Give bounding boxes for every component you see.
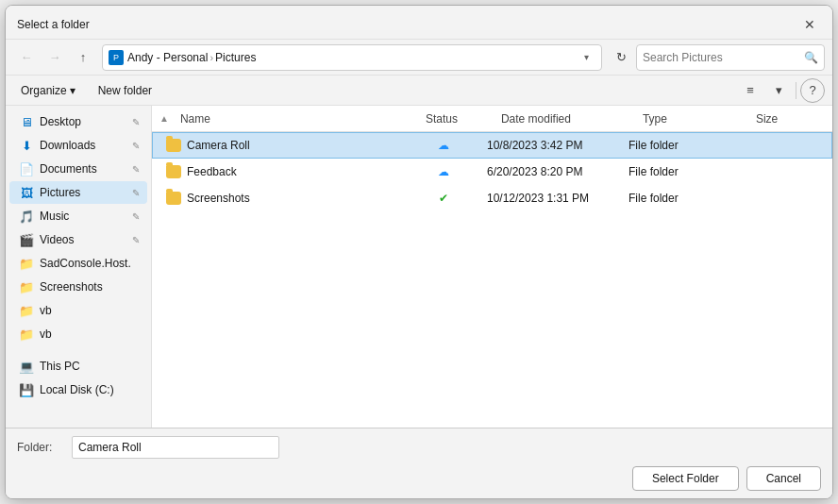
back-button[interactable]: ← (13, 44, 40, 71)
forward-button[interactable]: → (42, 44, 68, 71)
music-pin: ✎ (132, 211, 140, 222)
sidebar-label-music: Music (40, 210, 126, 223)
sidebar: 🖥 Desktop ✎ ⬇ Downloads ✎ 📄 Documents ✎ … (6, 106, 152, 428)
sidebar-label-downloads: Downloads (40, 139, 126, 152)
sort-arrow: ▲ (159, 113, 169, 124)
sidebar-label-vb2: vb (40, 328, 140, 341)
organize-right: ≡ ▾ ? (737, 78, 825, 103)
sidebar-label-sadconsole: SadConsole.Host. (40, 257, 140, 270)
sidebar-label-screenshots: Screenshots (40, 280, 140, 294)
col-header-size[interactable]: Size (750, 109, 826, 129)
sidebar-label-local-disk: Local Disk (C:) (40, 383, 140, 396)
pictures-icon: 🖼 (19, 185, 34, 200)
title-bar: Select a folder ✕ (6, 6, 832, 40)
file-status-feedback: ☁ (406, 160, 481, 183)
downloads-icon: ⬇ (19, 138, 34, 153)
file-date-screenshots: 10/12/2023 1:31 PM (481, 188, 623, 209)
folder-label: Folder: (17, 441, 64, 454)
cloud-icon: ☁ (436, 164, 451, 179)
sidebar-item-vb1[interactable]: 📁 vb (9, 299, 147, 322)
help-button[interactable]: ? (800, 78, 825, 103)
sidebar-item-this-pc[interactable]: 💻 This PC (9, 355, 147, 378)
local-disk-icon: 💾 (19, 382, 34, 397)
table-row[interactable]: Feedback ☁ 6/20/2023 8:20 PM File folder (152, 159, 832, 185)
sidebar-label-vb1: vb (40, 304, 140, 317)
file-area: ▲ Name Status Date modified Type Size Ca… (152, 106, 832, 428)
sidebar-item-pictures[interactable]: 🖼 Pictures ✎ (9, 181, 147, 204)
view-dropdown-button[interactable]: ▾ (765, 78, 792, 103)
col-header-date[interactable]: Date modified (495, 109, 637, 129)
organize-label: Organize (21, 84, 67, 97)
file-status-camera-roll: ☁ (406, 134, 481, 157)
file-size-camera-roll (736, 142, 812, 149)
sidebar-item-videos[interactable]: 🎬 Videos ✎ (9, 228, 147, 251)
address-part-2: Pictures (215, 51, 256, 64)
table-row[interactable]: Screenshots ✔ 10/12/2023 1:31 PM File fo… (152, 185, 832, 211)
file-date-camera-roll: 10/8/2023 3:42 PM (481, 135, 623, 156)
cancel-button[interactable]: Cancel (746, 466, 821, 491)
sidebar-label-videos: Videos (40, 233, 126, 246)
col-header-type[interactable]: Type (637, 109, 750, 129)
documents-pin: ✎ (132, 164, 140, 175)
select-folder-dialog: Select a folder ✕ ← → ↑ P Andy - Persona… (5, 5, 833, 499)
folder-icon (166, 139, 181, 152)
vb2-icon: 📁 (19, 327, 34, 342)
sidebar-item-music[interactable]: 🎵 Music ✎ (9, 205, 147, 227)
table-row[interactable]: Camera Roll ☁ 10/8/2023 3:42 PM File fol… (152, 132, 832, 159)
sidebar-item-sadconsole[interactable]: 📁 SadConsole.Host. (9, 252, 147, 275)
search-input[interactable] (643, 51, 800, 64)
vb1-icon: 📁 (19, 303, 34, 318)
col-header-name[interactable]: Name (175, 109, 420, 129)
sidebar-label-this-pc: This PC (40, 360, 140, 373)
new-folder-button[interactable]: New folder (91, 81, 159, 100)
sadconsole-icon: 📁 (19, 256, 34, 271)
file-type-feedback: File folder (623, 161, 736, 182)
sidebar-spacer (6, 346, 151, 354)
address-dropdown-icon[interactable]: ▾ (577, 44, 595, 71)
pictures-pin: ✎ (132, 188, 140, 198)
file-type-camera-roll: File folder (623, 135, 736, 156)
up-button[interactable]: ↑ (70, 44, 96, 71)
address-icon: P (109, 50, 124, 65)
view-button[interactable]: ≡ (737, 78, 763, 103)
refresh-button[interactable]: ↻ (608, 44, 634, 71)
folder-icon (166, 165, 181, 178)
organize-left: Organize ▾ New folder (13, 81, 159, 100)
folder-row: Folder: (17, 436, 821, 459)
folder-icon (166, 192, 181, 205)
desktop-icon: 🖥 (19, 114, 34, 129)
close-button[interactable]: ✕ (798, 13, 821, 36)
select-folder-button[interactable]: Select Folder (632, 466, 739, 491)
sidebar-item-screenshots[interactable]: 📁 Screenshots (9, 276, 147, 298)
screenshots-sidebar-icon: 📁 (19, 279, 34, 294)
search-box: 🔍 (636, 44, 825, 71)
videos-icon: 🎬 (19, 232, 34, 247)
search-icon: 🔍 (804, 51, 818, 64)
sidebar-label-desktop: Desktop (40, 115, 126, 128)
documents-icon: 📄 (19, 161, 34, 176)
sidebar-item-desktop[interactable]: 🖥 Desktop ✎ (9, 110, 147, 133)
sidebar-item-vb2[interactable]: 📁 vb (9, 323, 147, 345)
bottom-bar: Folder: Select Folder Cancel (6, 428, 832, 498)
address-part-1: Andy - Personal (127, 51, 208, 64)
organize-toolbar: Organize ▾ New folder ≡ ▾ ? (6, 76, 832, 106)
downloads-pin: ✎ (132, 141, 140, 151)
checkmark-icon: ✔ (436, 191, 451, 206)
organize-chevron: ▾ (70, 84, 75, 97)
file-name-screenshots: Screenshots (160, 188, 406, 209)
address-bar[interactable]: P Andy - Personal › Pictures ▾ (102, 44, 602, 71)
main-content: 🖥 Desktop ✎ ⬇ Downloads ✎ 📄 Documents ✎ … (6, 106, 832, 428)
address-path: Andy - Personal › Pictures (127, 51, 573, 64)
organize-button[interactable]: Organize ▾ (13, 81, 83, 100)
address-sep-1: › (210, 52, 213, 63)
music-icon: 🎵 (19, 209, 34, 224)
sidebar-item-downloads[interactable]: ⬇ Downloads ✎ (9, 134, 147, 157)
this-pc-icon: 💻 (19, 359, 34, 374)
sidebar-item-documents[interactable]: 📄 Documents ✎ (9, 158, 147, 180)
toolbar-divider (796, 82, 796, 99)
folder-input[interactable] (72, 436, 279, 459)
file-size-feedback (736, 168, 812, 176)
sidebar-item-local-disk[interactable]: 💾 Local Disk (C:) (9, 378, 147, 401)
col-header-status[interactable]: Status (420, 109, 495, 129)
file-size-screenshots (736, 194, 812, 202)
